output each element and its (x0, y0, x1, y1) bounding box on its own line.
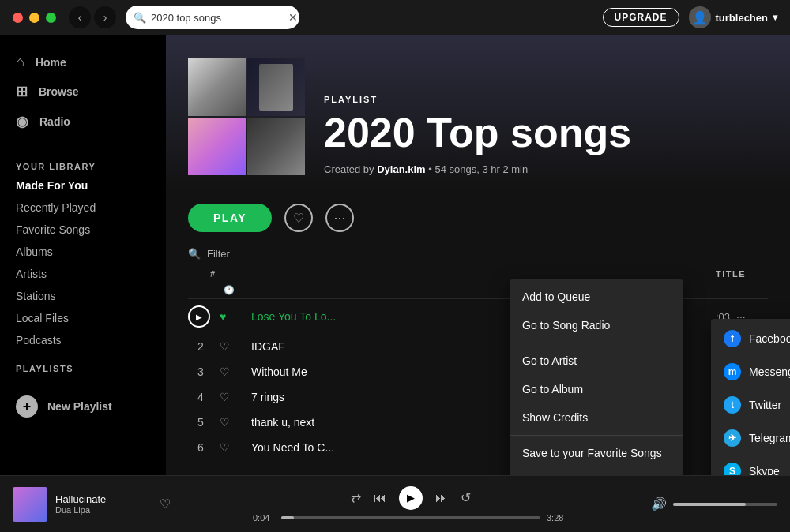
forward-button[interactable]: › (94, 6, 116, 28)
track-number: 4 (188, 391, 213, 403)
track-heart-icon[interactable]: ♥ (220, 310, 245, 323)
context-go-artist[interactable]: Go to Artist (510, 347, 683, 375)
art-cell-4 (247, 118, 305, 175)
table-row[interactable]: 4 ♡ 7 rings :03 ··· (166, 384, 790, 410)
sidebar-item-local-files[interactable]: Local Files (0, 307, 166, 329)
sidebar-playlists: + New Playlist (0, 377, 166, 427)
volume-area: 🔊 (651, 496, 777, 511)
context-save-favorite[interactable]: Save to your Favorite Songs (510, 439, 683, 467)
track-duration: :03 (716, 341, 730, 353)
minimize-button[interactable] (29, 13, 40, 23)
sidebar-browse-label: Browse (39, 85, 79, 98)
context-item-label: Go to Artist (522, 354, 577, 367)
table-row[interactable]: 3 ♡ Without Me :03 ··· (166, 359, 790, 384)
track-heart-icon[interactable]: ♡ (220, 391, 245, 403)
playlist-title: 2020 Top songs (324, 111, 768, 155)
now-playing-title: Hallucinate (55, 493, 145, 505)
controls-row: ⇄ ⏮ ▶ ⏭ ↺ (351, 486, 471, 510)
new-playlist-label: New Playlist (47, 400, 112, 413)
volume-fill (673, 503, 746, 506)
play-button[interactable]: PLAY (188, 204, 272, 232)
sidebar-item-browse[interactable]: ⊞ Browse (0, 77, 166, 107)
sidebar-item-radio[interactable]: ◉ Radio (0, 107, 166, 137)
track-more-icon[interactable]: ··· (736, 391, 768, 403)
volume-icon[interactable]: 🔊 (651, 496, 667, 511)
user-area[interactable]: 👤 turblechen ▾ (689, 6, 777, 28)
search-bar[interactable]: 🔍 ✕ (126, 6, 299, 29)
sidebar-nav: ⌂ Home ⊞ Browse ◉ Radio (0, 35, 166, 149)
track-duration: :03 (716, 366, 730, 378)
track-more-icon[interactable]: ··· (736, 416, 768, 429)
playlist-header: PLAYLIST 2020 Top songs Created by Dylan… (166, 35, 790, 191)
sidebar-radio-label: Radio (40, 115, 70, 128)
nav-arrows: ‹ › (69, 6, 116, 28)
maximize-button[interactable] (46, 13, 56, 23)
play-pause-button[interactable]: ▶ (399, 486, 423, 510)
sidebar-item-favorite-songs[interactable]: Favorite Songs (0, 219, 166, 241)
titlebar-right: UPGRADE 👤 turblechen ▾ (603, 6, 777, 28)
track-heart-icon[interactable]: ♡ (220, 416, 245, 429)
context-item-label: Show Credits (522, 411, 588, 424)
table-row[interactable]: 2 ♡ IDGAF :03 ··· (166, 334, 790, 359)
sidebar-item-recently-played[interactable]: Recently Played (0, 197, 166, 219)
next-icon[interactable]: ⏭ (435, 491, 448, 505)
table-row[interactable]: 5 ♡ thank u, next :03 ··· (166, 410, 790, 435)
context-go-song-radio[interactable]: Go to Song Radio (510, 311, 683, 339)
track-more-icon[interactable]: ··· (736, 365, 768, 378)
clear-search-icon[interactable]: ✕ (288, 11, 298, 24)
sidebar-home-label: Home (36, 56, 66, 69)
playlist-creator: Dylan.kim (377, 163, 425, 175)
upgrade-button[interactable]: UPGRADE (603, 8, 679, 27)
playlist-meta: Created by Dylan.kim • 54 songs, 3 hr 2 … (324, 163, 768, 175)
previous-icon[interactable]: ⏮ (374, 491, 386, 505)
titlebar: ‹ › 🔍 ✕ UPGRADE 👤 turblechen ▾ (0, 0, 790, 35)
context-go-album[interactable]: Go to Album (510, 375, 683, 403)
context-show-credits[interactable]: Show Credits (510, 403, 683, 432)
track-more-icon[interactable]: ··· (736, 310, 768, 323)
playlists-section-label: PLAYLISTS (0, 351, 166, 377)
playlist-actions: PLAY ♡ ··· (166, 191, 790, 245)
context-divider (510, 343, 683, 343)
context-item-label: Save to your Favorite Songs (522, 447, 662, 459)
sidebar: ⌂ Home ⊞ Browse ◉ Radio YOUR LIBRARY Mad… (0, 35, 166, 475)
sidebar-item-podcasts[interactable]: Podcasts (0, 329, 166, 351)
repeat-icon[interactable]: ↺ (461, 490, 471, 505)
table-row[interactable]: 6 ♡ You Need To C... :03 ··· (166, 435, 790, 460)
col-duration: 🕐 (224, 285, 236, 295)
playlist-info: PLAYLIST 2020 Top songs Created by Dylan… (324, 95, 768, 175)
context-menu[interactable]: Add to Queue Go to Song Radio Go to Arti… (510, 279, 683, 475)
filter-row: 🔍 Filter (166, 245, 790, 266)
context-add-playlist[interactable]: Add to Playlist › (510, 467, 683, 475)
track-more-icon[interactable]: ··· (736, 340, 768, 353)
more-options-button[interactable]: ··· (325, 204, 354, 232)
back-button[interactable]: ‹ (69, 6, 91, 28)
browse-icon: ⊞ (16, 83, 28, 100)
track-heart-icon[interactable]: ♡ (220, 340, 245, 353)
sidebar-item-albums[interactable]: Albums (0, 241, 166, 263)
close-button[interactable] (13, 13, 23, 23)
track-heart-icon[interactable]: ♡ (220, 365, 245, 378)
progress-bar[interactable] (281, 516, 540, 519)
now-playing-heart-icon[interactable]: ♡ (160, 496, 171, 511)
search-icon: 🔍 (134, 12, 146, 24)
shuffle-icon[interactable]: ⇄ (351, 490, 361, 505)
home-icon: ⌂ (16, 54, 24, 70)
track-duration: :03 (716, 392, 730, 403)
volume-bar[interactable] (673, 503, 777, 506)
like-button[interactable]: ♡ (284, 204, 313, 232)
sidebar-item-artists[interactable]: Artists (0, 263, 166, 285)
track-heart-icon[interactable]: ♡ (220, 441, 245, 454)
search-input[interactable] (151, 12, 284, 24)
sidebar-item-home[interactable]: ⌂ Home (0, 47, 166, 77)
context-add-to-queue[interactable]: Add to Queue (510, 283, 683, 311)
filter-label: Filter (207, 248, 230, 260)
sidebar-item-made-for-you[interactable]: Made For You (0, 174, 166, 197)
sidebar-item-stations[interactable]: Stations (0, 285, 166, 307)
new-playlist-button[interactable]: + New Playlist (0, 389, 166, 424)
track-more-icon[interactable]: ··· (736, 441, 768, 454)
track-number: 2 (188, 340, 213, 353)
total-time: 3:28 (547, 513, 569, 523)
traffic-lights (13, 13, 56, 23)
table-row[interactable]: ▶ ♥ Lose You To Lo... :03 ··· (166, 299, 790, 334)
radio-icon: ◉ (16, 113, 28, 130)
